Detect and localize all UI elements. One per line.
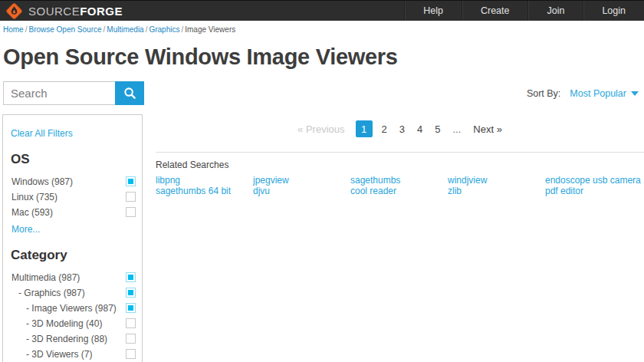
nav-login-link[interactable]: Login [583, 1, 644, 21]
filter-category-3d-viewers[interactable]: - 3D Viewers (7) [9, 347, 136, 361]
breadcrumb-current: Image Viewers [185, 25, 235, 34]
checkbox-image-viewers[interactable] [126, 303, 136, 313]
pagination-page-1[interactable]: 1 [356, 120, 373, 137]
category-section-heading: Category [11, 248, 136, 263]
checkbox-graphics[interactable] [126, 288, 136, 298]
related-link-jpegview[interactable]: jpegview [253, 176, 350, 186]
top-header-bar: SOURCEFORGE Help Create Join Login [0, 0, 644, 21]
breadcrumb-browse-link[interactable]: Browse Open Source [28, 25, 101, 34]
related-link-libpng[interactable]: libpng [156, 176, 253, 186]
content-divider [156, 152, 644, 153]
top-navigation: Help Create Join Login [404, 1, 644, 21]
filter-os-mac[interactable]: Mac (593) [9, 205, 136, 219]
checkbox-3d-modeling[interactable] [126, 318, 136, 328]
breadcrumb-separator: / [104, 25, 106, 34]
pagination-previous: « Previous [297, 123, 344, 135]
related-link-pdf-editor[interactable]: pdf editor [545, 186, 642, 196]
related-searches-grid: libpng jpegview sagethumbs windjview end… [156, 176, 644, 196]
checkbox-3d-viewers[interactable] [126, 349, 136, 359]
filter-label: Windows (987) [12, 176, 73, 187]
related-link-sagethumbs[interactable]: sagethumbs [350, 176, 448, 186]
related-link-sagethumbs-64[interactable]: sagethumbs 64 bit [156, 186, 253, 196]
filter-label: - 3D Rendering (88) [26, 334, 107, 344]
filter-category-3d-modeling[interactable]: - 3D Modeling (40) [9, 316, 136, 331]
filter-os-windows[interactable]: Windows (987) [9, 174, 136, 189]
pagination-page-2[interactable]: 2 [376, 123, 393, 135]
filter-label: Multimedia (987) [12, 272, 80, 283]
search-box [3, 81, 144, 105]
pagination-next[interactable]: Next » [473, 123, 502, 135]
related-link-windjview[interactable]: windjview [448, 176, 545, 186]
related-link-zlib[interactable]: zlib [448, 186, 545, 196]
breadcrumb-multimedia-link[interactable]: Multimedia [107, 25, 143, 34]
pagination: « Previous 1 2 3 4 5 ... Next » [156, 120, 644, 137]
chevron-down-icon [631, 91, 639, 96]
breadcrumb: Home/Browse Open Source/Multimedia/Graph… [0, 21, 644, 38]
checkbox-mac[interactable] [126, 207, 136, 217]
nav-join-link[interactable]: Join [527, 1, 583, 21]
breadcrumb-separator: / [25, 25, 28, 34]
filter-label: Linux (735) [12, 192, 58, 202]
search-icon [123, 87, 136, 100]
sort-by-label: Sort By: [527, 88, 560, 99]
search-button[interactable] [115, 81, 144, 105]
brand-wordmark: SOURCEFORGE [28, 5, 123, 18]
clear-all-filters-link[interactable]: Clear All Filters [11, 128, 73, 139]
main-content: « Previous 1 2 3 4 5 ... Next » Related … [156, 114, 644, 196]
filter-label: - Image Viewers (987) [26, 303, 117, 314]
filters-sidebar: Clear All Filters OS Windows (987) Linux… [2, 114, 143, 362]
sort-by-control: Sort By: Most Popular [527, 88, 641, 99]
checkbox-multimedia[interactable] [126, 272, 136, 282]
pagination-page-4[interactable]: 4 [411, 123, 429, 135]
sourceforge-logo[interactable]: SOURCEFORGE [0, 1, 123, 21]
page-title: Open Source Windows Image Viewers [3, 44, 641, 70]
related-link-djvu[interactable]: djvu [253, 186, 350, 196]
filter-category-multimedia[interactable]: Multimedia (987) [9, 270, 136, 285]
filter-category-graphics[interactable]: - Graphics (987) [9, 285, 136, 300]
breadcrumb-separator: / [146, 25, 148, 34]
checkbox-windows[interactable] [126, 176, 136, 186]
related-searches: Related Searches libpng jpegview sagethu… [156, 160, 644, 196]
pagination-page-5[interactable]: 5 [429, 123, 446, 135]
filter-os-linux[interactable]: Linux (735) [9, 189, 136, 204]
related-searches-heading: Related Searches [156, 160, 644, 170]
checkbox-linux[interactable] [126, 192, 136, 202]
sourceforge-flame-icon [5, 2, 23, 20]
related-link-endoscope[interactable]: endoscope usb camera [545, 176, 642, 186]
checkbox-3d-rendering[interactable] [126, 334, 136, 344]
nav-help-link[interactable]: Help [404, 1, 462, 21]
filter-category-3d-rendering[interactable]: - 3D Rendering (88) [9, 331, 136, 346]
os-section-heading: OS [11, 152, 136, 167]
pagination-page-3[interactable]: 3 [393, 123, 411, 135]
filter-label: Mac (593) [12, 207, 53, 218]
pagination-ellipsis: ... [446, 123, 467, 135]
content-layout: Clear All Filters OS Windows (987) Linux… [0, 114, 644, 362]
breadcrumb-graphics-link[interactable]: Graphics [149, 25, 179, 34]
related-link-cool-reader[interactable]: cool reader [350, 186, 448, 196]
nav-create-link[interactable]: Create [462, 1, 528, 21]
toolbar: Sort By: Most Popular [3, 81, 641, 105]
search-input[interactable] [3, 81, 115, 105]
filter-label: - 3D Modeling (40) [26, 318, 102, 329]
sort-dropdown[interactable]: Most Popular [570, 88, 639, 99]
filter-category-image-viewers[interactable]: - Image Viewers (987) [9, 301, 136, 315]
breadcrumb-separator: / [181, 25, 183, 34]
os-more-link[interactable]: More... [12, 224, 40, 235]
breadcrumb-home-link[interactable]: Home [3, 25, 24, 34]
filter-label: - 3D Viewers (7) [26, 349, 92, 360]
filter-label: - Graphics (987) [18, 288, 85, 298]
